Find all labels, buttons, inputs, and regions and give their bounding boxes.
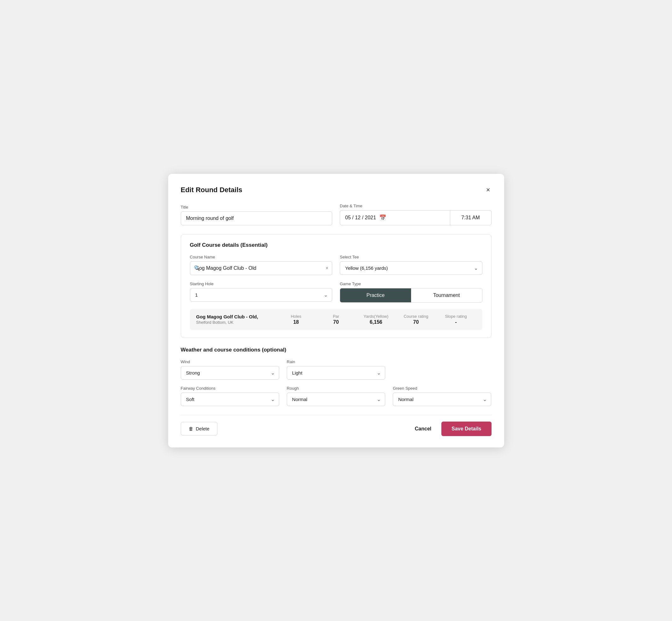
holes-value: 18 [276, 319, 316, 325]
green-speed-dropdown[interactable]: SlowNormalFast [393, 392, 491, 406]
fairway-col: Fairway Conditions HardNormalSoftWet ⌄ [181, 386, 279, 406]
save-button[interactable]: Save Details [442, 422, 491, 436]
course-name-col: Course Name 🔍 × [190, 255, 333, 275]
title-label: Title [181, 205, 333, 210]
select-tee-dropdown[interactable]: Yellow (6,156 yards) [340, 261, 482, 275]
starting-hole-game-type-row: Starting Hole 123 ⌄ Game Type Practice T… [190, 282, 482, 303]
game-type-label: Game Type [340, 282, 482, 286]
fairway-label: Fairway Conditions [181, 386, 279, 391]
cancel-button[interactable]: Cancel [412, 422, 434, 436]
select-tee-col: Select Tee Yellow (6,156 yards) ⌄ [340, 255, 482, 275]
rough-wrap: ShortNormalLong ⌄ [287, 392, 385, 406]
date-time-row: 05 / 12 / 2021 📅 7:31 AM [340, 210, 492, 225]
practice-button[interactable]: Practice [340, 288, 411, 302]
modal-header: Edit Round Details × [181, 185, 492, 195]
rain-group: Rain NoneLightNormalHeavy ⌄ [287, 360, 385, 380]
fairway-group: Fairway Conditions HardNormalSoftWet ⌄ [181, 386, 279, 406]
modal-title: Edit Round Details [181, 186, 243, 194]
starting-hole-group: Starting Hole 123 ⌄ [190, 282, 333, 302]
rough-label: Rough [287, 386, 385, 391]
top-row: Title Date & Time 05 / 12 / 2021 📅 7:31 … [181, 204, 492, 225]
green-speed-col: Green Speed SlowNormalFast ⌄ [393, 386, 491, 406]
holes-label: Holes [276, 314, 316, 319]
game-type-col: Game Type Practice Tournament [340, 282, 482, 303]
slope-rating-value: - [436, 319, 476, 325]
trash-icon: 🗑 [189, 426, 194, 431]
date-value: 05 / 12 / 2021 [345, 215, 376, 220]
golf-course-title: Golf Course details (Essential) [190, 242, 482, 248]
time-part[interactable]: 7:31 AM [450, 210, 491, 225]
rain-label: Rain [287, 360, 385, 364]
course-rating-label: Course rating [396, 314, 436, 319]
game-type-group: Game Type Practice Tournament [340, 282, 482, 303]
calendar-icon: 📅 [379, 214, 386, 221]
wind-col: Wind NoneLightNormalStrong ⌄ [181, 360, 279, 380]
par-stat: Par 70 [316, 314, 356, 325]
footer-row: 🗑 Delete Cancel Save Details [181, 415, 492, 436]
course-name-group: Course Name 🔍 × [190, 255, 333, 275]
select-tee-wrap: Yellow (6,156 yards) ⌄ [340, 261, 482, 275]
par-value: 70 [316, 319, 356, 325]
wind-label: Wind [181, 360, 279, 364]
yards-value: 6,156 [356, 319, 396, 325]
course-name-input[interactable] [190, 261, 333, 275]
title-field-group: Title [181, 205, 333, 225]
rough-group: Rough ShortNormalLong ⌄ [287, 386, 385, 406]
green-speed-group: Green Speed SlowNormalFast ⌄ [393, 386, 491, 406]
course-rating-value: 70 [396, 319, 436, 325]
course-info-name-col: Gog Magog Golf Club - Old, Shelford Bott… [196, 314, 276, 325]
course-name-label: Course Name [190, 255, 333, 259]
delete-button[interactable]: 🗑 Delete [181, 422, 217, 436]
fairway-rough-green-row: Fairway Conditions HardNormalSoftWet ⌄ R… [181, 386, 492, 406]
slope-rating-stat: Slope rating - [436, 314, 476, 325]
select-tee-label: Select Tee [340, 255, 482, 259]
wind-dropdown[interactable]: NoneLightNormalStrong [181, 366, 279, 380]
delete-label: Delete [196, 426, 209, 431]
tournament-button[interactable]: Tournament [411, 288, 482, 302]
weather-section: Weather and course conditions (optional)… [181, 347, 492, 406]
starting-hole-wrap: 123 ⌄ [190, 288, 333, 302]
wind-group: Wind NoneLightNormalStrong ⌄ [181, 360, 279, 380]
rough-col: Rough ShortNormalLong ⌄ [287, 386, 385, 406]
fairway-dropdown[interactable]: HardNormalSoftWet [181, 392, 279, 406]
green-speed-label: Green Speed [393, 386, 491, 391]
course-location: Shelford Bottom, UK [196, 320, 276, 325]
wind-wrap: NoneLightNormalStrong ⌄ [181, 366, 279, 380]
rain-dropdown[interactable]: NoneLightNormalHeavy [287, 366, 385, 380]
edit-round-modal: Edit Round Details × Title Date & Time 0… [168, 174, 504, 448]
course-rating-stat: Course rating 70 [396, 314, 436, 325]
green-speed-wrap: SlowNormalFast ⌄ [393, 392, 491, 406]
slope-rating-label: Slope rating [436, 314, 476, 319]
starting-hole-label: Starting Hole [190, 282, 333, 286]
fairway-wrap: HardNormalSoftWet ⌄ [181, 392, 279, 406]
clear-course-button[interactable]: × [326, 265, 328, 271]
starting-hole-dropdown[interactable]: 123 [190, 288, 333, 302]
course-info-row: Gog Magog Golf Club - Old, Shelford Bott… [190, 309, 482, 330]
course-name-bold: Gog Magog Golf Club - Old, [196, 314, 276, 319]
date-part[interactable]: 05 / 12 / 2021 📅 [340, 210, 450, 225]
rain-col: Rain NoneLightNormalHeavy ⌄ [287, 360, 385, 380]
yards-stat: Yards(Yellow) 6,156 [356, 314, 396, 325]
course-search-wrap: 🔍 × [190, 261, 333, 275]
rough-dropdown[interactable]: ShortNormalLong [287, 392, 385, 406]
golf-course-section: Golf Course details (Essential) Course N… [181, 234, 492, 338]
course-name-tee-row: Course Name 🔍 × Select Tee Yellow (6,156… [190, 255, 482, 275]
game-type-toggle: Practice Tournament [340, 288, 482, 303]
yards-label: Yards(Yellow) [356, 314, 396, 319]
wind-rain-row: Wind NoneLightNormalStrong ⌄ Rain NoneLi… [181, 360, 492, 380]
date-field-group: Date & Time 05 / 12 / 2021 📅 7:31 AM [340, 204, 492, 225]
title-input[interactable] [181, 211, 333, 225]
rain-wrap: NoneLightNormalHeavy ⌄ [287, 366, 385, 380]
starting-hole-col: Starting Hole 123 ⌄ [190, 282, 333, 303]
close-button[interactable]: × [485, 185, 492, 195]
date-time-label: Date & Time [340, 204, 492, 208]
footer-right: Cancel Save Details [412, 422, 492, 436]
holes-stat: Holes 18 [276, 314, 316, 325]
weather-title: Weather and course conditions (optional) [181, 347, 492, 353]
par-label: Par [316, 314, 356, 319]
select-tee-group: Select Tee Yellow (6,156 yards) ⌄ [340, 255, 482, 275]
search-icon: 🔍 [194, 265, 200, 271]
